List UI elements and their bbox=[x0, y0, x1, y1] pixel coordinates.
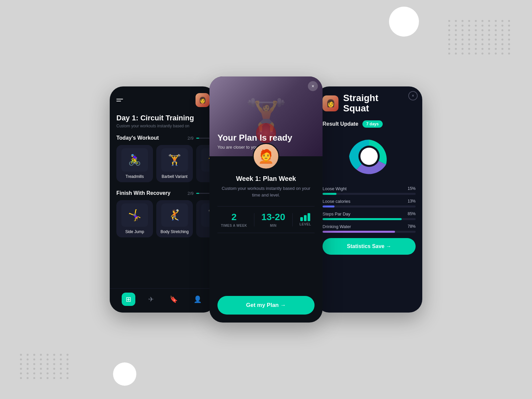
plan-description: Custom your workouts instantly based on … bbox=[217, 185, 315, 198]
close-button-p3[interactable]: × bbox=[408, 91, 418, 100]
body-img: ⚙ 🤸 bbox=[201, 148, 209, 172]
recovery-cards: 🤸‍♀️ Side Jump 🤾 Body Stretching 🏋️ Barb bbox=[116, 200, 209, 237]
sidejump-img: 🤸‍♀️ bbox=[121, 203, 148, 227]
times-stat: 2 TIMES A WEEK bbox=[221, 212, 247, 227]
recovery-count: 2/9 bbox=[188, 191, 194, 196]
bottom-nav: ⊞ ✈ 🔖 👤 bbox=[110, 288, 216, 313]
statistics-save-button[interactable]: Statistics Save → bbox=[323, 238, 416, 255]
bar-steps-pct: 85% bbox=[408, 211, 416, 216]
bar-steps-fill bbox=[323, 218, 402, 220]
bar-loose-weight-fill bbox=[323, 193, 336, 195]
bar-drinking-water-track bbox=[323, 231, 416, 233]
result-update-label: Result Update bbox=[323, 121, 358, 127]
donut-center bbox=[360, 148, 378, 165]
nav-home[interactable]: ⊞ bbox=[122, 293, 135, 306]
today-workout-header: Today's Workout 2/9 bbox=[116, 135, 209, 141]
page-title: Day 1: Circuit Training bbox=[116, 114, 209, 122]
min-value: 13-20 bbox=[261, 212, 285, 222]
recovery-label: Finish With Recovery bbox=[116, 190, 171, 196]
today-workout-label: Today's Workout bbox=[116, 135, 159, 141]
phone-3-header: 👩 Straight Squat bbox=[323, 93, 416, 114]
treadmill-img: 🚴‍♀️ bbox=[121, 148, 148, 172]
level-stat: LEVEL bbox=[300, 213, 311, 226]
bar-loose-weight-track bbox=[323, 193, 416, 195]
phone-2-body: 🧑‍🦰 Week 1: Plan Week Custom your workou… bbox=[209, 156, 323, 323]
stretching-img: 🤾 bbox=[161, 203, 188, 227]
phones-container: 👩 Day 1: Circuit Training Custom your wo… bbox=[110, 76, 422, 323]
today-workout-cards: 🚴‍♀️ Treadmills 🏋️ Barbell Variant ⚙ 🤸 B… bbox=[116, 145, 209, 182]
nav-explore[interactable]: ✈ bbox=[146, 293, 157, 306]
recovery-progress-track bbox=[196, 193, 209, 194]
treadmill-label: Treadmills bbox=[126, 174, 144, 179]
donut-chart bbox=[323, 133, 416, 180]
stat-divider-1 bbox=[254, 213, 254, 226]
today-progress-fill bbox=[196, 138, 199, 139]
decorative-dots-top bbox=[448, 20, 512, 55]
plan-stats-row: 2 TIMES A WEEK 13-20 MIN LEVEL bbox=[217, 206, 315, 233]
days-badge: 7 days bbox=[362, 120, 383, 128]
phone-1-header: 👩 bbox=[116, 93, 209, 107]
barbell-img: 🏋️ bbox=[161, 148, 188, 172]
exercise-title: Straight Squat bbox=[343, 93, 378, 114]
recovery-card-sidejump[interactable]: 🤸‍♀️ Side Jump bbox=[116, 200, 153, 237]
user-avatar-p3: 👩 bbox=[323, 95, 338, 111]
donut-svg bbox=[342, 133, 396, 180]
hero-text: Your Plan Is ready You are closer to you… bbox=[217, 133, 292, 150]
level-bar-2 bbox=[304, 215, 307, 221]
recovery-card-barb[interactable]: 🏋️ Barb bbox=[196, 200, 209, 237]
workout-card-barbell[interactable]: 🏋️ Barbell Variant bbox=[156, 145, 193, 182]
today-workout-count: 2/9 bbox=[188, 136, 194, 141]
bar-loose-weight: Loose Wight 15% bbox=[323, 186, 416, 195]
recovery-progress-fill bbox=[196, 193, 199, 194]
hamburger-icon[interactable] bbox=[116, 99, 123, 101]
sidejump-label: Side Jump bbox=[125, 229, 144, 234]
hero-title: Your Plan Is ready bbox=[217, 133, 292, 143]
coach-avatar: 🧑‍🦰 bbox=[253, 143, 279, 170]
stat-divider-2 bbox=[292, 213, 293, 226]
phone-2: 🏋️ × Your Plan Is ready You are closer t… bbox=[209, 76, 323, 323]
times-label: TIMES A WEEK bbox=[221, 224, 247, 227]
times-value: 2 bbox=[231, 212, 237, 222]
bar-loose-calories-pct: 13% bbox=[408, 199, 416, 203]
page-subtitle: Custom your workouts instantly based on bbox=[116, 124, 209, 128]
decorative-dots-bottom bbox=[20, 354, 70, 379]
decorative-circle-bottom bbox=[113, 362, 136, 386]
level-bar-1 bbox=[300, 217, 303, 221]
user-avatar[interactable]: 👩 bbox=[196, 93, 209, 107]
week-label: Week 1: Plan Week bbox=[236, 175, 296, 183]
bar-drinking-water-fill bbox=[323, 231, 395, 233]
close-button[interactable]: × bbox=[308, 81, 318, 91]
min-label: MIN bbox=[270, 224, 277, 227]
level-label: LEVEL bbox=[300, 222, 311, 226]
bar-loose-calories-label: Loose calories bbox=[323, 199, 350, 204]
bar-steps: Steps Par Day 85% bbox=[323, 211, 416, 220]
barb-img: 🏋️ bbox=[201, 203, 209, 227]
bar-loose-calories-fill bbox=[323, 205, 334, 207]
phone-3: × 👩 Straight Squat Result Update 7 days bbox=[316, 86, 422, 313]
phone-1: 👩 Day 1: Circuit Training Custom your wo… bbox=[110, 86, 216, 313]
bar-loose-calories-track bbox=[323, 205, 416, 207]
bar-steps-label: Steps Par Day bbox=[323, 211, 350, 216]
level-bar-3 bbox=[308, 213, 310, 221]
level-icon bbox=[300, 213, 310, 221]
bar-loose-weight-label: Loose Wight bbox=[323, 186, 346, 191]
bar-steps-track bbox=[323, 218, 416, 220]
bar-loose-calories: Loose calories 13% bbox=[323, 199, 416, 207]
recovery-card-stretching[interactable]: 🤾 Body Stretching bbox=[156, 200, 193, 237]
stretching-label: Body Stretching bbox=[161, 229, 189, 234]
min-stat: 13-20 MIN bbox=[261, 212, 285, 227]
today-progress-track bbox=[196, 138, 209, 139]
decorative-circle-top bbox=[389, 7, 419, 37]
nav-saved[interactable]: 🔖 bbox=[167, 293, 181, 306]
bar-loose-weight-pct: 15% bbox=[408, 186, 416, 191]
workout-card-body[interactable]: ⚙ 🤸 Body bbox=[196, 145, 209, 182]
nav-profile[interactable]: 👤 bbox=[191, 293, 204, 306]
bar-drinking-water-pct: 78% bbox=[408, 224, 416, 229]
get-plan-button[interactable]: Get my Plan → bbox=[217, 296, 315, 315]
bar-drinking-water-label: Drinking Water bbox=[323, 224, 351, 229]
recovery-header: Finish With Recovery 2/9 bbox=[116, 190, 209, 196]
result-update-row: Result Update 7 days bbox=[323, 120, 416, 128]
workout-card-treadmills[interactable]: 🚴‍♀️ Treadmills bbox=[116, 145, 153, 182]
stats-bars: Loose Wight 15% Loose calories 13% S bbox=[323, 186, 416, 233]
barbell-label: Barbell Variant bbox=[162, 174, 188, 179]
